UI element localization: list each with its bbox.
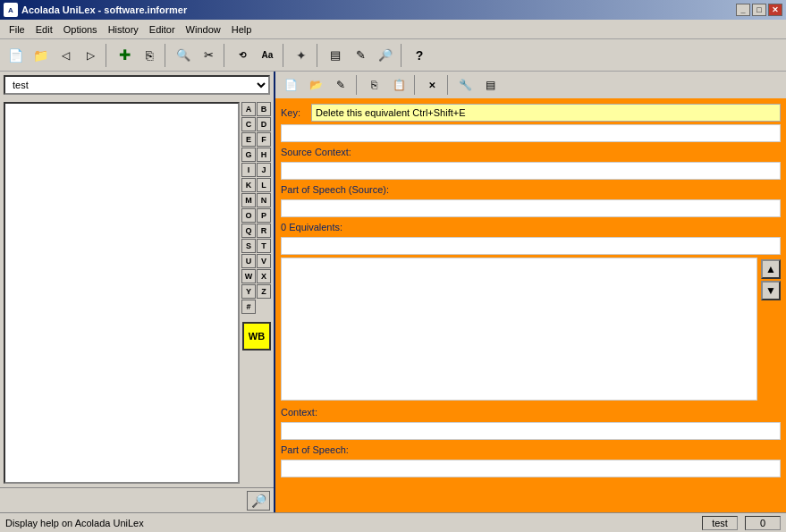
alpha-row-KL: K L: [241, 178, 272, 192]
toolbar-open[interactable]: 📁: [29, 44, 52, 67]
toolbar-help[interactable]: ?: [408, 44, 431, 67]
alpha-A[interactable]: A: [241, 102, 256, 116]
alpha-G[interactable]: G: [241, 148, 256, 162]
wb-button[interactable]: WB: [242, 322, 271, 350]
alpha-row-QR: Q R: [241, 224, 272, 238]
titlebar: A Acolada UniLex - software.informer _ □…: [0, 0, 786, 20]
rt-new-btn[interactable]: 📄: [279, 74, 302, 96]
rt-copy-btn[interactable]: ⎘: [362, 74, 385, 96]
right-content: Key: Delete this equivalent Ctrl+Shift+E…: [275, 100, 786, 512]
word-list[interactable]: [4, 102, 240, 484]
alpha-P[interactable]: P: [257, 208, 271, 223]
alpha-R[interactable]: R: [257, 224, 271, 238]
toolbar-view[interactable]: ▤: [324, 44, 347, 67]
rt-edit-btn[interactable]: ✎: [329, 74, 352, 96]
alpha-F[interactable]: F: [257, 132, 271, 147]
maximize-button[interactable]: □: [752, 4, 766, 16]
alpha-V[interactable]: V: [257, 254, 271, 268]
equivalents-area-row: ▲ ▼: [281, 258, 781, 402]
rt-sep3: [447, 75, 450, 95]
pos-source-input[interactable]: [281, 199, 781, 217]
toolbar-replace[interactable]: ⟲: [231, 44, 254, 67]
key-row: Key: Delete this equivalent Ctrl+Shift+E: [281, 104, 781, 122]
alpha-L[interactable]: L: [257, 178, 271, 192]
titlebar-title: Acolada UniLex - software.informer: [21, 4, 187, 15]
alpha-I[interactable]: I: [241, 163, 256, 177]
toolbar-back[interactable]: ◁: [54, 44, 77, 67]
toolbar-edit[interactable]: ✎: [349, 44, 372, 67]
main-area: test A B C D E F G H: [0, 72, 786, 512]
context-label: Context:: [281, 405, 781, 419]
rt-delete-btn[interactable]: ✕: [420, 74, 444, 96]
alpha-W[interactable]: W: [241, 269, 256, 283]
alpha-H[interactable]: H: [257, 148, 271, 162]
source-context-input[interactable]: [281, 162, 781, 180]
list-and-alpha: A B C D E F G H I J: [0, 98, 274, 487]
up-arrow-button[interactable]: ▲: [761, 259, 781, 279]
equivalents-textarea[interactable]: [281, 258, 757, 401]
alpha-T[interactable]: T: [257, 239, 271, 253]
alpha-row-UV: U V: [241, 254, 272, 268]
alpha-J[interactable]: J: [257, 163, 271, 177]
pos-input[interactable]: [281, 460, 781, 477]
minimize-button[interactable]: _: [736, 4, 750, 16]
statusbar: Display help on Acolada UniLex test 0: [0, 512, 786, 532]
alpha-Y[interactable]: Y: [241, 284, 256, 299]
toolbar-find-special[interactable]: 🔍: [172, 44, 195, 67]
alpha-C[interactable]: C: [241, 117, 256, 131]
toolbar-add[interactable]: ✚: [113, 44, 136, 67]
alpha-D[interactable]: D: [257, 117, 271, 131]
toolbar-new[interactable]: 📄: [4, 44, 27, 67]
rt-open-btn[interactable]: 📂: [304, 74, 327, 96]
rt-tools-btn[interactable]: 🔧: [453, 74, 477, 96]
toolbar-case[interactable]: Aa: [256, 44, 279, 67]
rt-sep1: [356, 75, 359, 95]
menubar: File Edit Options History Editor Window …: [0, 20, 786, 39]
alpha-row-YZ: Y Z: [241, 284, 272, 299]
alpha-K[interactable]: K: [241, 178, 256, 192]
alpha-Q[interactable]: Q: [241, 224, 256, 238]
menu-options[interactable]: Options: [58, 22, 103, 37]
menu-edit[interactable]: Edit: [30, 22, 58, 37]
alpha-S[interactable]: S: [241, 239, 256, 253]
search-dropdown[interactable]: test: [4, 75, 270, 95]
alpha-row-AB: A B: [241, 102, 272, 116]
titlebar-controls: _ □ ✕: [736, 4, 782, 16]
alpha-N[interactable]: N: [257, 193, 271, 207]
key-tooltip: Delete this equivalent Ctrl+Shift+E: [311, 104, 781, 122]
toolbar-forward[interactable]: ▷: [79, 44, 102, 67]
alpha-M[interactable]: M: [241, 193, 256, 207]
status-db: test: [702, 516, 738, 530]
right-panel: 📄 📂 ✎ ⎘ 📋 ✕ 🔧 ▤ Key: Delete this equival…: [275, 72, 786, 512]
menu-window[interactable]: Window: [181, 22, 226, 37]
menu-help[interactable]: Help: [226, 22, 258, 37]
pos-label: Part of Speech:: [281, 443, 781, 457]
status-count: 0: [745, 516, 781, 530]
alpha-row-IJ: I J: [241, 163, 272, 177]
close-button[interactable]: ✕: [768, 4, 782, 16]
menu-history[interactable]: History: [103, 22, 144, 37]
alpha-X[interactable]: X: [257, 269, 271, 283]
alpha-row-EF: E F: [241, 132, 272, 147]
alpha-U[interactable]: U: [241, 254, 256, 268]
alpha-O[interactable]: O: [241, 208, 256, 223]
menu-editor[interactable]: Editor: [144, 22, 181, 37]
toolbar-search[interactable]: 🔎: [374, 44, 397, 67]
alpha-hash[interactable]: #: [241, 300, 256, 314]
rt-columns-btn[interactable]: ▤: [478, 74, 502, 96]
key-input[interactable]: [281, 124, 781, 142]
toolbar-copy[interactable]: ⎘: [138, 44, 161, 67]
alpha-B[interactable]: B: [257, 102, 271, 116]
alpha-E[interactable]: E: [241, 132, 256, 147]
rt-paste-btn[interactable]: 📋: [387, 74, 410, 96]
menu-file[interactable]: File: [4, 22, 30, 37]
toolbar-star[interactable]: ✦: [290, 44, 313, 67]
equivalents-input[interactable]: [281, 237, 781, 255]
down-arrow-button[interactable]: ▼: [761, 281, 781, 300]
bottom-search-button[interactable]: 🔎: [247, 491, 270, 511]
toolbar-cut[interactable]: ✂: [197, 44, 220, 67]
context-input[interactable]: [281, 422, 781, 440]
equiv-arrows: ▲ ▼: [761, 258, 781, 402]
toolbar-sep6: [401, 44, 404, 67]
alpha-Z[interactable]: Z: [257, 284, 271, 299]
